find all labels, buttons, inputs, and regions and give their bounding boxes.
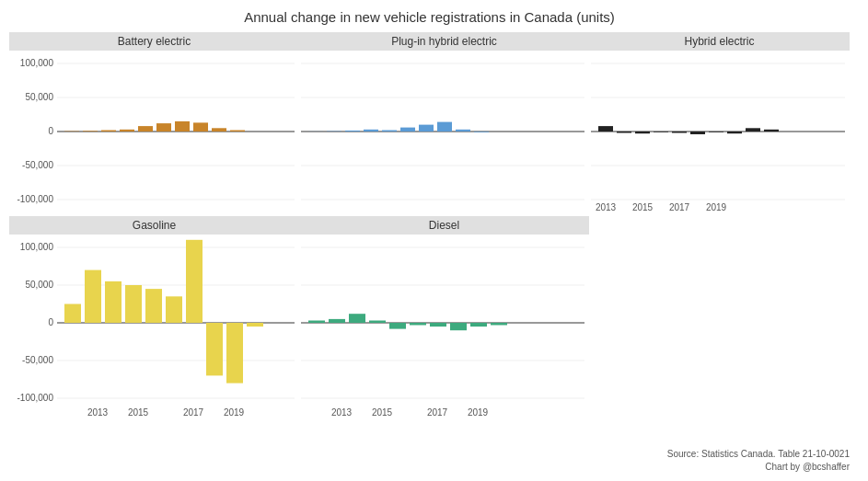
- svg-rect-42: [635, 132, 650, 133]
- svg-rect-88: [410, 323, 426, 326]
- svg-text:-100,000: -100,000: [17, 393, 54, 403]
- plugin-chart: [299, 52, 589, 213]
- svg-text:2015: 2015: [632, 202, 654, 212]
- svg-text:0: 0: [48, 317, 53, 327]
- svg-text:2019: 2019: [224, 407, 245, 418]
- svg-rect-18: [212, 128, 226, 132]
- credit-line: Chart by @bcshaffer: [765, 462, 850, 472]
- svg-text:2013: 2013: [331, 407, 353, 418]
- facet-gasoline: Gasoline 100,000 50,000 0 -50,000 -100,0…: [9, 216, 299, 418]
- svg-rect-14: [138, 126, 153, 132]
- svg-text:2017: 2017: [183, 407, 204, 418]
- source-credit: Source: Statistics Canada. Table 21-10-0…: [667, 448, 850, 474]
- svg-text:2013: 2013: [596, 202, 617, 212]
- svg-rect-45: [690, 132, 705, 134]
- svg-rect-92: [491, 323, 507, 326]
- svg-rect-84: [329, 319, 345, 323]
- svg-rect-29: [382, 131, 397, 132]
- svg-rect-13: [120, 130, 134, 132]
- chart-title: Annual change in new vehicle registratio…: [9, 9, 850, 25]
- svg-text:2013: 2013: [87, 407, 109, 418]
- svg-rect-19: [230, 131, 245, 132]
- facet-diesel: Diesel: [299, 216, 589, 418]
- gasoline-chart: 100,000 50,000 0 -50,000 -100,000: [9, 236, 299, 420]
- diesel-chart: 2013 2015 2017 2019: [299, 236, 589, 420]
- svg-text:100,000: 100,000: [20, 242, 54, 252]
- facet-hybrid: Hybrid electric: [589, 32, 850, 216]
- svg-text:2019: 2019: [468, 407, 489, 418]
- plugin-label: Plug-in hybrid electric: [299, 32, 589, 51]
- chart-container: Annual change in new vehicle registratio…: [0, 0, 868, 481]
- svg-rect-31: [419, 125, 434, 132]
- svg-rect-68: [145, 289, 162, 323]
- hybrid-label: Hybrid electric: [589, 32, 850, 51]
- svg-rect-90: [450, 323, 467, 330]
- svg-text:2017: 2017: [427, 407, 448, 418]
- svg-rect-47: [727, 132, 742, 133]
- svg-text:2015: 2015: [372, 407, 393, 418]
- svg-text:50,000: 50,000: [25, 92, 53, 102]
- svg-text:2019: 2019: [706, 202, 727, 212]
- svg-text:2017: 2017: [669, 202, 690, 212]
- battery-label: Battery electric: [9, 32, 299, 51]
- svg-rect-86: [369, 321, 386, 324]
- svg-rect-30: [400, 128, 415, 132]
- svg-text:2015: 2015: [128, 407, 149, 418]
- gasoline-label: Gasoline: [9, 216, 299, 235]
- svg-rect-32: [437, 122, 452, 132]
- svg-text:-50,000: -50,000: [22, 355, 53, 365]
- svg-rect-33: [456, 130, 470, 132]
- hybrid-chart: 2013 2015 2017 2019: [589, 52, 847, 213]
- svg-rect-46: [709, 132, 723, 132]
- facet-plugin: Plug-in hybrid electric: [299, 32, 589, 216]
- svg-rect-11: [83, 131, 98, 132]
- diesel-label: Diesel: [299, 216, 589, 235]
- empty-bottom-right: [589, 216, 850, 418]
- svg-text:0: 0: [48, 126, 53, 136]
- battery-chart: 100,000 50,000 0 -50,000 -100,000: [9, 52, 299, 213]
- svg-rect-70: [186, 240, 203, 323]
- svg-rect-40: [598, 126, 613, 132]
- svg-rect-28: [364, 130, 378, 132]
- svg-rect-27: [345, 131, 360, 132]
- svg-rect-41: [617, 132, 631, 133]
- svg-rect-65: [85, 270, 101, 323]
- svg-rect-15: [156, 123, 171, 132]
- svg-rect-69: [166, 296, 182, 323]
- svg-rect-72: [226, 323, 243, 384]
- svg-rect-71: [206, 323, 223, 375]
- svg-rect-17: [193, 122, 208, 132]
- svg-rect-66: [105, 281, 122, 323]
- svg-text:-50,000: -50,000: [22, 160, 53, 170]
- svg-rect-85: [349, 314, 365, 323]
- svg-rect-67: [125, 285, 142, 323]
- svg-text:50,000: 50,000: [25, 280, 53, 290]
- svg-rect-34: [474, 132, 489, 132]
- svg-rect-89: [430, 323, 446, 326]
- svg-rect-83: [308, 321, 325, 324]
- svg-text:100,000: 100,000: [20, 58, 54, 68]
- svg-rect-91: [470, 323, 487, 326]
- svg-rect-87: [389, 323, 406, 329]
- svg-rect-43: [654, 132, 668, 132]
- svg-rect-49: [764, 130, 779, 132]
- svg-rect-48: [746, 128, 760, 132]
- svg-rect-73: [247, 323, 263, 326]
- svg-rect-44: [672, 132, 687, 133]
- svg-text:-100,000: -100,000: [17, 194, 54, 204]
- source-line: Source: Statistics Canada. Table 21-10-0…: [667, 449, 850, 459]
- svg-rect-16: [175, 121, 190, 132]
- svg-rect-12: [101, 131, 116, 132]
- facet-battery: Battery electric 100,000 50,000 0 -50,00…: [9, 32, 299, 216]
- svg-rect-64: [64, 304, 81, 324]
